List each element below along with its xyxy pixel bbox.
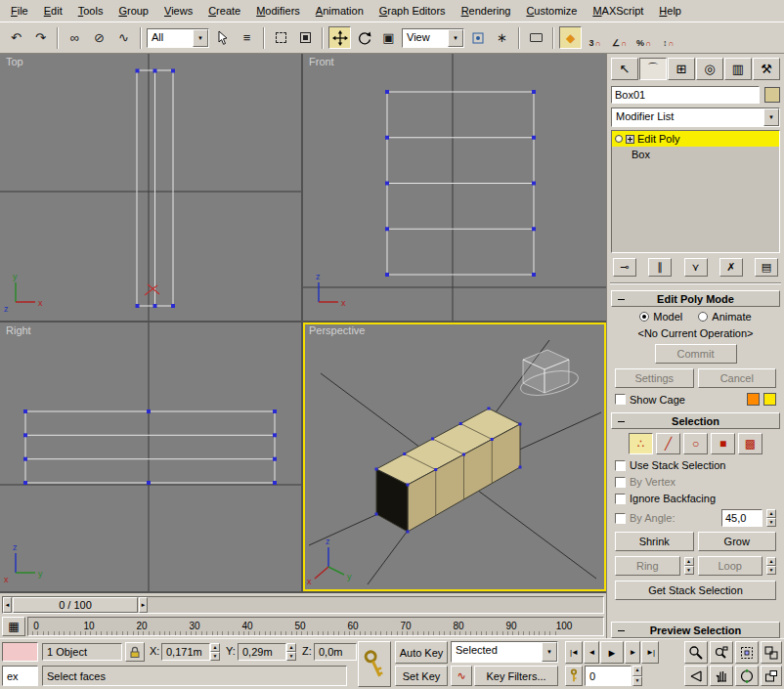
spinner-down-icon[interactable]: ▼ bbox=[286, 652, 296, 661]
spinner-down-icon[interactable]: ▼ bbox=[632, 676, 642, 687]
angle-snap-icon[interactable]: ∠∩ bbox=[608, 26, 631, 49]
key-mode-toggle[interactable] bbox=[565, 666, 583, 686]
spinner-snap-icon[interactable]: ↕∩ bbox=[657, 26, 679, 49]
default-in-out-tangent-icon[interactable]: ∿ bbox=[451, 666, 472, 686]
spinner-down-icon[interactable]: ▼ bbox=[210, 652, 220, 661]
y-spinner[interactable]: ▲▼ bbox=[286, 643, 296, 661]
set-key-button[interactable]: Set Key bbox=[395, 666, 448, 686]
keyboard-shortcut-override-icon[interactable] bbox=[525, 26, 547, 49]
spinner-up-icon[interactable]: ▲ bbox=[766, 509, 776, 518]
model-radio[interactable] bbox=[639, 312, 649, 322]
chevron-down-icon[interactable]: ▼ bbox=[763, 108, 779, 126]
chevron-down-icon[interactable]: ▼ bbox=[193, 29, 208, 47]
spinner-up-icon[interactable]: ▲ bbox=[210, 643, 220, 652]
by-angle-spinner[interactable]: ▲▼ bbox=[766, 509, 776, 527]
polygon-mode-icon[interactable]: ■ bbox=[711, 433, 735, 454]
spinner-down-icon[interactable]: ▼ bbox=[766, 566, 776, 575]
timeline-ruler[interactable]: 0 10 20 30 40 50 60 70 80 90 100 bbox=[27, 617, 604, 636]
object-color-swatch[interactable] bbox=[764, 87, 780, 103]
zoom-extents-icon[interactable] bbox=[735, 641, 759, 664]
loop-button[interactable]: Loop bbox=[698, 556, 763, 576]
rectangular-selection-region-icon[interactable] bbox=[270, 26, 292, 49]
window-crossing-icon[interactable] bbox=[294, 26, 317, 49]
viewport-front[interactable]: Front bbox=[303, 54, 606, 321]
menu-item[interactable]: Edit bbox=[36, 1, 70, 21]
menu-item[interactable]: Customize bbox=[518, 1, 585, 21]
field-of-view-icon[interactable] bbox=[684, 666, 708, 686]
ignore-backfacing-checkbox[interactable] bbox=[615, 494, 626, 504]
viewport-label[interactable]: Top bbox=[6, 56, 23, 67]
menu-item[interactable]: Animation bbox=[308, 1, 371, 21]
tab-motion[interactable]: ◎ bbox=[696, 58, 723, 80]
modifier-list-dropdown[interactable]: Modifier List ▼ bbox=[611, 108, 780, 127]
auto-key-button[interactable]: Auto Key bbox=[395, 641, 448, 664]
viewport-front-canvas[interactable]: z x bbox=[303, 54, 606, 321]
zoom-icon[interactable] bbox=[684, 641, 708, 664]
spinner-up-icon[interactable]: ▲ bbox=[632, 666, 642, 676]
object-name-field[interactable]: Box01 bbox=[611, 86, 760, 104]
spinner-up-icon[interactable]: ▲ bbox=[684, 557, 694, 566]
viewport-label[interactable]: Perspective bbox=[309, 324, 365, 336]
spinner-down-icon[interactable]: ▼ bbox=[766, 518, 776, 527]
make-unique-icon[interactable]: ⋎ bbox=[684, 258, 708, 277]
shrink-button[interactable]: Shrink bbox=[615, 532, 694, 551]
cage-color-swatch[interactable] bbox=[747, 393, 760, 406]
next-frame-icon[interactable]: ► bbox=[625, 641, 640, 664]
remove-modifier-icon[interactable]: ✗ bbox=[719, 258, 743, 277]
z-coordinate-field[interactable]: 0,0m bbox=[314, 643, 357, 661]
spinner-up-icon[interactable]: ▲ bbox=[286, 643, 296, 652]
play-animation-icon[interactable]: ► bbox=[600, 641, 624, 664]
set-keys-button[interactable] bbox=[358, 641, 391, 687]
box-wireframe[interactable] bbox=[387, 92, 534, 275]
unlink-selection-icon[interactable]: ⊘ bbox=[88, 26, 110, 49]
percent-snap-icon[interactable]: %∩ bbox=[632, 26, 655, 49]
x-spinner[interactable]: ▲▼ bbox=[210, 643, 220, 661]
box-wireframe[interactable] bbox=[137, 70, 173, 306]
select-object-icon[interactable] bbox=[211, 26, 234, 49]
zoom-all-icon[interactable] bbox=[710, 641, 733, 664]
menu-item[interactable]: Graph Editors bbox=[371, 1, 454, 21]
viewport-top-canvas[interactable]: y x z bbox=[0, 54, 301, 321]
mini-curve-editor-icon[interactable]: ▦ bbox=[2, 617, 25, 636]
zoom-extents-all-icon[interactable] bbox=[761, 641, 782, 664]
go-to-end-icon[interactable]: ►| bbox=[641, 641, 659, 664]
tab-hierarchy[interactable]: ⊞ bbox=[668, 58, 695, 80]
box-object[interactable] bbox=[376, 409, 520, 532]
menu-item[interactable]: Help bbox=[651, 1, 689, 21]
loop-spinner[interactable]: ▲▼ bbox=[766, 557, 776, 575]
menu-item[interactable]: Modifiers bbox=[248, 1, 308, 21]
maxscript-mini-listener[interactable]: ex bbox=[2, 666, 38, 686]
stack-item-edit-poly[interactable]: Edit Poly bbox=[612, 131, 779, 147]
viewport-perspective[interactable]: Perspective bbox=[303, 323, 606, 591]
element-mode-icon[interactable]: ▩ bbox=[738, 433, 762, 454]
menu-item[interactable]: MAXScript bbox=[585, 1, 651, 21]
menu-item[interactable]: Create bbox=[200, 1, 248, 21]
box-wireframe[interactable] bbox=[25, 411, 275, 483]
edge-mode-icon[interactable]: ╱ bbox=[656, 433, 680, 454]
settings-button[interactable]: Settings bbox=[615, 368, 694, 388]
tab-create[interactable]: ↖ bbox=[611, 58, 638, 80]
get-stack-selection-button[interactable]: Get Stack Selection bbox=[615, 581, 776, 600]
by-angle-checkbox[interactable] bbox=[615, 513, 626, 524]
select-and-rotate-icon[interactable] bbox=[353, 26, 375, 49]
bind-to-space-warp-icon[interactable]: ∿ bbox=[112, 26, 135, 49]
grow-button[interactable]: Grow bbox=[698, 532, 777, 551]
chevron-down-icon[interactable]: ▼ bbox=[542, 642, 557, 662]
by-angle-field[interactable]: 45,0 bbox=[721, 509, 762, 527]
chevron-down-icon[interactable]: ▼ bbox=[448, 29, 463, 47]
show-cage-checkbox[interactable] bbox=[615, 394, 626, 405]
spinner-down-icon[interactable]: ▼ bbox=[684, 566, 694, 575]
menu-item[interactable]: Views bbox=[156, 1, 200, 21]
use-center-icon[interactable] bbox=[466, 26, 489, 49]
selection-rollout-header[interactable]: Selection bbox=[611, 412, 780, 429]
selection-lock-toggle[interactable] bbox=[125, 642, 145, 662]
viewport-label[interactable]: Front bbox=[309, 56, 334, 67]
select-and-move-icon[interactable] bbox=[328, 26, 351, 49]
use-stack-selection-checkbox[interactable] bbox=[615, 460, 626, 471]
border-mode-icon[interactable]: ○ bbox=[683, 433, 708, 454]
menu-item[interactable]: Rendering bbox=[454, 1, 519, 21]
x-coordinate-field[interactable]: 0,171m bbox=[161, 643, 210, 661]
key-filter-dropdown[interactable]: Selected ▼ bbox=[451, 641, 558, 663]
undo-icon[interactable]: ↶ bbox=[5, 26, 27, 49]
animate-radio[interactable] bbox=[698, 312, 708, 322]
